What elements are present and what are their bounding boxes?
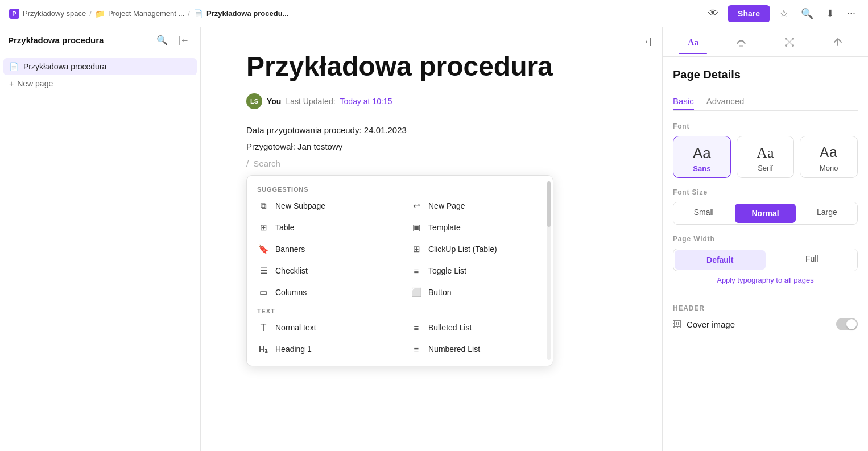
checklist-icon: ☰ <box>257 264 270 277</box>
suggestion-template[interactable]: ▣ Template <box>400 217 553 238</box>
panel-tabs-bar: Aa <box>663 27 868 57</box>
export-icon[interactable]: ⬇ <box>822 5 838 22</box>
section-divider <box>673 295 858 295</box>
doc-icon: 📄 <box>193 9 203 18</box>
content-area: →| Przykładowa procedura LS You Last Upd… <box>201 27 662 451</box>
sidebar-doc-icon: 📄 <box>9 62 19 71</box>
star-icon[interactable]: ☆ <box>776 5 792 22</box>
cover-image-row: 🖼 Cover image <box>673 318 858 330</box>
toggle-list-label: Toggle List <box>428 266 466 275</box>
font-option-serif[interactable]: Aa Serif <box>737 136 795 178</box>
bulleted-list-icon: ≡ <box>410 321 423 334</box>
suggestion-new-page[interactable]: ↩ New Page <box>400 195 553 217</box>
cover-image-toggle[interactable] <box>836 318 858 330</box>
collapse-content-icon[interactable]: →| <box>637 34 655 49</box>
sidebar-nav: 📄 Przykładowa procedura + New page <box>0 53 200 97</box>
suggestions-dropdown: SUGGESTIONS ⧉ New Subpage ↩ New Page ⊞ T… <box>246 175 553 366</box>
width-options: Default Full <box>673 249 858 271</box>
new-subpage-icon: ⧉ <box>257 200 270 212</box>
suggestions-scroll: SUGGESTIONS ⧉ New Subpage ↩ New Page ⊞ T… <box>247 176 553 366</box>
share-button[interactable]: Share <box>728 5 770 22</box>
suggestion-bulleted-list[interactable]: ≡ Bulleted List <box>400 317 553 338</box>
size-large[interactable]: Large <box>797 202 857 224</box>
template-icon: ▣ <box>410 221 423 234</box>
watch-icon[interactable]: 👁 <box>705 5 722 22</box>
toggle-list-icon: ≡ <box>410 264 423 277</box>
size-small[interactable]: Small <box>673 202 734 224</box>
sidebar-title: Przykładowa procedura <box>8 35 104 45</box>
sidebar-new-page[interactable]: + New page <box>3 75 197 92</box>
tab-paint-icon[interactable] <box>727 30 755 54</box>
font-label-sans: Sans <box>693 164 710 173</box>
search-icon[interactable]: 🔍 <box>797 5 817 22</box>
button-label: Button <box>428 288 451 297</box>
suggestion-table[interactable]: ⊞ Table <box>247 217 400 238</box>
suggestion-button[interactable]: ⬜ Button <box>400 282 553 303</box>
width-default[interactable]: Default <box>675 250 766 270</box>
space-name: Przykładowy space <box>23 9 86 18</box>
last-updated-date: Today at 10:15 <box>340 97 392 106</box>
search-placeholder-text: Search <box>253 159 280 168</box>
suggestion-clickup-list[interactable]: ⊞ ClickUp List (Table) <box>400 238 553 260</box>
underline-word: proceudy <box>324 125 359 135</box>
font-options: Aa Sans Aa Serif Aa Mono <box>673 136 858 178</box>
suggestion-normal-text[interactable]: T Normal text <box>247 317 400 338</box>
tab-automation-icon[interactable] <box>775 30 804 54</box>
cover-image-text: Cover image <box>687 320 735 329</box>
page-body: Data przygotowania proceudy: 24.01.2023 … <box>246 123 628 171</box>
sidebar: Przykładowa procedura 🔍 |← 📄 Przykładowa… <box>0 27 201 451</box>
suggestion-new-subpage[interactable]: ⧉ New Subpage <box>247 195 400 217</box>
suggestion-numbered-list[interactable]: ≡ Numbered List <box>400 338 553 360</box>
page-title: Przykładowa procedura <box>246 50 628 83</box>
cover-image-icon: 🖼 <box>673 319 682 329</box>
suggestion-banners[interactable]: 🔖 Banners <box>247 238 400 260</box>
breadcrumb-sep-1: / <box>89 9 92 18</box>
apply-typography-link[interactable]: Apply typography to all pages <box>673 276 858 284</box>
avatar: LS <box>246 93 262 109</box>
last-updated-label: Last Updated: <box>286 97 335 106</box>
suggestion-checklist[interactable]: ☰ Checklist <box>247 260 400 282</box>
sub-tab-advanced[interactable]: Advanced <box>706 93 745 110</box>
text-label: TEXT <box>247 303 553 317</box>
more-icon[interactable]: ··· <box>844 5 859 22</box>
columns-label: Columns <box>275 288 307 297</box>
bulleted-list-label: Bulleted List <box>428 323 472 332</box>
table-icon: ⊞ <box>257 221 270 234</box>
sidebar-item-label: Przykładowa procedura <box>23 62 106 71</box>
panel-body: Page Details Basic Advanced Font Aa Sans… <box>663 57 868 451</box>
suggestion-heading1[interactable]: H₁ Heading 1 <box>247 338 400 360</box>
sidebar-header: Przykładowa procedura 🔍 |← <box>0 27 200 53</box>
suggestion-toggle-list[interactable]: ≡ Toggle List <box>400 260 553 282</box>
topbar: P Przykładowy space / 📁 Project Manageme… <box>0 0 868 27</box>
sidebar-search-icon[interactable]: 🔍 <box>154 33 171 47</box>
font-option-mono[interactable]: Aa Mono <box>800 136 858 178</box>
scrollbar-track <box>547 181 551 360</box>
sidebar-collapse-icon[interactable]: |← <box>175 34 192 47</box>
banners-icon: 🔖 <box>257 243 270 255</box>
main-layout: Przykładowa procedura 🔍 |← 📄 Przykładowa… <box>0 27 868 451</box>
clickup-list-label: ClickUp List (Table) <box>428 245 497 254</box>
page-width-label: Page Width <box>673 235 858 243</box>
width-full[interactable]: Full <box>767 249 858 271</box>
columns-icon: ▭ <box>257 286 270 299</box>
sidebar-header-icons: 🔍 |← <box>154 33 192 47</box>
text-grid: T Normal text ≡ Bulleted List H₁ Heading… <box>247 317 553 360</box>
scrollbar-thumb <box>547 181 551 227</box>
font-sample-mono: Aa <box>820 144 838 162</box>
template-label: Template <box>428 223 461 232</box>
normal-text-label: Normal text <box>275 323 316 332</box>
tab-typography-icon[interactable]: Aa <box>679 30 707 54</box>
search-line: / Search <box>246 156 628 171</box>
sub-tab-basic[interactable]: Basic <box>673 93 694 110</box>
table-label: Table <box>275 223 294 232</box>
size-options: Small Normal Large <box>673 202 858 225</box>
normal-text-icon: T <box>257 321 270 334</box>
tab-share-icon[interactable] <box>824 30 852 54</box>
font-label-mono: Mono <box>820 164 838 172</box>
font-option-sans[interactable]: Aa Sans <box>673 136 731 178</box>
size-normal[interactable]: Normal <box>735 204 795 223</box>
plus-icon: + <box>9 79 14 88</box>
new-page-icon: ↩ <box>410 200 423 212</box>
suggestion-columns[interactable]: ▭ Columns <box>247 282 400 303</box>
sidebar-item-procedura[interactable]: 📄 Przykładowa procedura <box>3 58 197 75</box>
